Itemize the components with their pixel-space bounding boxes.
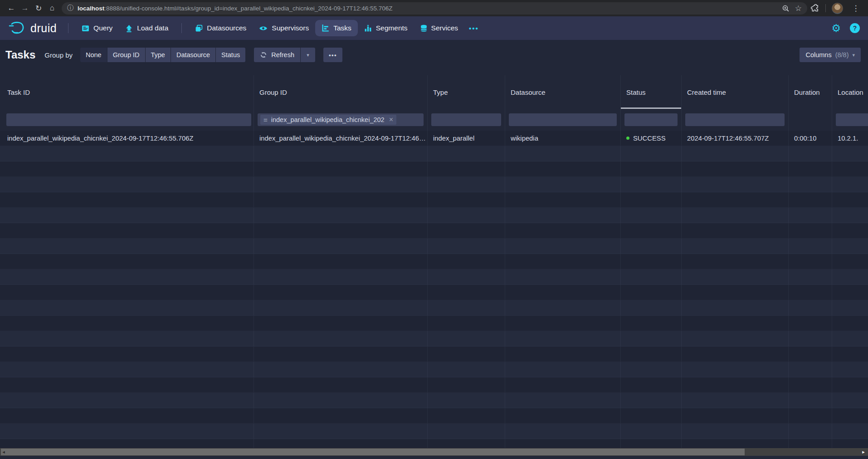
column-header-type[interactable]: Type bbox=[428, 75, 505, 109]
column-header-group-id[interactable]: Group ID bbox=[254, 75, 428, 109]
empty-cell bbox=[789, 239, 832, 254]
nav-item-tasks[interactable]: Tasks bbox=[315, 20, 358, 36]
bookmark-star-icon[interactable]: ☆ bbox=[795, 2, 802, 15]
home-icon[interactable]: ⌂ bbox=[45, 2, 59, 15]
location-filter-input[interactable] bbox=[836, 113, 868, 126]
empty-cell bbox=[789, 208, 832, 223]
reload-icon[interactable]: ↻ bbox=[32, 2, 45, 15]
empty-cell bbox=[254, 208, 428, 223]
extensions-icon[interactable] bbox=[811, 4, 819, 13]
nav-item-segments[interactable]: Segments bbox=[358, 20, 414, 36]
site-info-icon[interactable]: ⓘ bbox=[67, 4, 73, 12]
type-filter-input[interactable] bbox=[431, 113, 501, 126]
nav-label: Supervisors bbox=[272, 24, 309, 32]
empty-cell bbox=[254, 408, 428, 423]
empty-cell bbox=[428, 192, 505, 207]
filter-cell-task-id bbox=[0, 109, 254, 131]
empty-cell bbox=[428, 347, 505, 361]
equals-icon: = bbox=[263, 116, 268, 124]
scroll-left-icon[interactable]: ◂ bbox=[0, 448, 7, 456]
nav-item-load-data[interactable]: Load data bbox=[119, 20, 175, 36]
empty-cell bbox=[789, 177, 832, 192]
nav-divider bbox=[181, 23, 182, 33]
group-id-filter-chip[interactable]: = index_parallel_wikipedia_chicnkei_202 … bbox=[260, 115, 396, 125]
task-id-filter-input[interactable] bbox=[6, 113, 251, 126]
group-id-cell[interactable]: index_parallel_wikipedia_chicnkei_2024-0… bbox=[254, 131, 428, 146]
zoom-icon[interactable] bbox=[782, 5, 790, 12]
task-row[interactable]: index_parallel_wikipedia_chicnkei_2024-0… bbox=[0, 131, 868, 146]
refresh-button[interactable]: Refresh bbox=[254, 48, 300, 62]
help-icon[interactable]: ? bbox=[850, 23, 860, 33]
group-by-status-button[interactable]: Status bbox=[216, 48, 245, 62]
group-by-label: Group by bbox=[44, 51, 73, 59]
browser-menu-icon[interactable]: ⋮ bbox=[849, 2, 863, 15]
group-by-group-id-button[interactable]: Group ID bbox=[107, 48, 145, 62]
group-by-type-button[interactable]: Type bbox=[146, 48, 171, 62]
empty-cell bbox=[254, 316, 428, 331]
nav-item-datasources[interactable]: Datasources bbox=[189, 20, 253, 36]
empty-cell bbox=[254, 362, 428, 377]
datasource-cell[interactable]: wikipedia bbox=[505, 131, 621, 146]
empty-cell bbox=[428, 285, 505, 300]
empty-row bbox=[0, 254, 868, 269]
nav-more-button[interactable]: ••• bbox=[464, 20, 483, 36]
column-header-task-id[interactable]: Task ID bbox=[0, 75, 254, 109]
empty-cell bbox=[789, 316, 832, 331]
address-bar[interactable]: ⓘ localhost:8888/unified-console.html#ta… bbox=[62, 2, 807, 15]
column-header-created-time[interactable]: Created time bbox=[682, 75, 789, 109]
empty-cell bbox=[789, 347, 832, 361]
columns-button[interactable]: Columns (8/8) ▾ bbox=[800, 48, 861, 62]
horizontal-scrollbar[interactable]: ◂ ▸ bbox=[0, 448, 868, 456]
empty-cell bbox=[0, 408, 254, 423]
created-time-cell[interactable]: 2024-09-17T12:46:55.707Z bbox=[682, 131, 789, 146]
filter-cell-group-id: = index_parallel_wikipedia_chicnkei_202 … bbox=[254, 109, 428, 131]
group-by-datasource-button[interactable]: Datasource bbox=[171, 48, 215, 62]
filter-cell-status bbox=[621, 109, 682, 131]
datasource-filter-input[interactable] bbox=[509, 113, 617, 126]
profile-avatar[interactable] bbox=[832, 3, 843, 14]
task-id-cell[interactable]: index_parallel_wikipedia_chicnkei_2024-0… bbox=[0, 131, 254, 146]
sort-indicator bbox=[621, 107, 681, 109]
forward-icon[interactable]: → bbox=[18, 2, 32, 15]
location-cell[interactable]: 10.2.1. bbox=[832, 131, 868, 146]
refresh-interval-caret-button[interactable]: ▾ bbox=[301, 48, 315, 62]
scroll-right-icon[interactable]: ▸ bbox=[860, 448, 867, 456]
druid-logo[interactable]: druid bbox=[8, 21, 57, 35]
empty-row bbox=[0, 239, 868, 254]
empty-cell bbox=[682, 285, 789, 300]
empty-cell bbox=[621, 161, 682, 176]
type-cell[interactable]: index_parallel bbox=[428, 131, 505, 146]
group-id-filter-input[interactable]: = index_parallel_wikipedia_chicnkei_202 … bbox=[258, 113, 424, 126]
table-filter-row: = index_parallel_wikipedia_chicnkei_202 … bbox=[0, 109, 868, 131]
column-header-location[interactable]: Location bbox=[832, 75, 868, 109]
empty-cell bbox=[428, 424, 505, 439]
empty-cell bbox=[789, 300, 832, 315]
back-icon[interactable]: ← bbox=[5, 2, 18, 15]
column-header-status[interactable]: Status bbox=[621, 75, 682, 109]
nav-item-query[interactable]: Query bbox=[75, 20, 119, 36]
toolbar-more-button[interactable]: ••• bbox=[323, 48, 342, 62]
settings-gear-icon[interactable]: ⚙ bbox=[831, 23, 841, 34]
empty-row bbox=[0, 177, 868, 192]
nav-item-services[interactable]: Services bbox=[414, 20, 464, 36]
nav-label: Load data bbox=[137, 24, 168, 32]
column-header-datasource[interactable]: Datasource bbox=[505, 75, 621, 109]
column-header-duration[interactable]: Duration bbox=[789, 75, 832, 109]
empty-cell bbox=[0, 300, 254, 315]
group-by-none-button[interactable]: None bbox=[80, 48, 107, 62]
duration-cell[interactable]: 0:00:10 bbox=[789, 131, 832, 146]
nav-item-supervisors[interactable]: Supervisors bbox=[253, 20, 315, 36]
status-cell[interactable]: SUCCESS bbox=[621, 131, 682, 146]
remove-filter-icon[interactable]: × bbox=[389, 116, 393, 124]
empty-cell bbox=[682, 223, 789, 238]
empty-cell bbox=[505, 269, 621, 284]
empty-cell bbox=[505, 347, 621, 361]
empty-cell bbox=[428, 408, 505, 423]
table-body: index_parallel_wikipedia_chicnkei_2024-0… bbox=[0, 131, 868, 454]
created-time-filter-input[interactable] bbox=[685, 113, 785, 126]
empty-cell bbox=[682, 377, 789, 392]
status-filter-input[interactable] bbox=[624, 113, 678, 126]
empty-cell bbox=[505, 223, 621, 238]
scrollbar-thumb[interactable] bbox=[1, 449, 745, 455]
empty-row bbox=[0, 362, 868, 377]
